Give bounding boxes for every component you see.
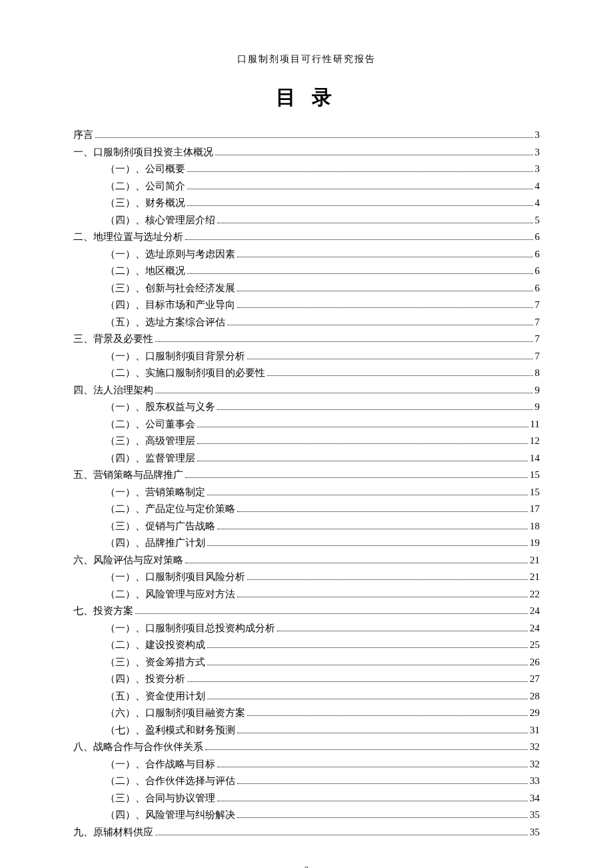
toc-entry-label: 六、风险评估与应对策略	[73, 555, 183, 565]
toc-entry-label: （四）、目标市场和产业导向	[105, 300, 235, 310]
toc-entry-page: 8	[535, 368, 540, 378]
toc-entry-page: 3	[535, 130, 540, 140]
header-title: 口服制剂项目可行性研究报告	[73, 53, 540, 65]
toc-entry-label: （二）、风险管理与应对方法	[105, 589, 235, 599]
toc-entry-label: 二、地理位置与选址分析	[73, 232, 183, 242]
toc-entry-label: 序言	[73, 130, 93, 140]
toc-entry-label: （一）、选址原则与考虑因素	[105, 249, 235, 259]
toc-dots	[95, 137, 533, 138]
toc-dots	[155, 341, 533, 342]
toc-entry: （一）、口服制剂项目背景分析7	[73, 351, 540, 361]
toc-entry-page: 15	[530, 487, 540, 497]
toc-entry: （六）、口服制剂项目融资方案29	[73, 708, 540, 718]
toc-entry-label: （三）、创新与社会经济发展	[105, 283, 235, 293]
toc-dots	[185, 477, 528, 478]
toc-entry-page: 12	[530, 436, 540, 446]
toc-entry-page: 6	[535, 249, 540, 259]
toc-entry: （三）、财务概况4	[73, 198, 540, 208]
toc-entry: 九、原辅材料供应35	[73, 827, 540, 837]
toc-entry: （二）、地区概况6	[73, 266, 540, 276]
toc-entry-page: 15	[530, 470, 540, 480]
toc-dots	[207, 699, 528, 699]
toc-dots	[217, 223, 533, 223]
toc-entry: （一）、口服制剂项目风险分析21	[73, 572, 540, 582]
toc-dots	[197, 461, 528, 461]
toc-dots	[197, 427, 528, 427]
toc-entry: （三）、创新与社会经济发展6	[73, 283, 540, 293]
toc-entry-label: （六）、口服制剂项目融资方案	[105, 708, 245, 718]
toc-entry-label: 一、口服制剂项目投资主体概况	[73, 147, 213, 157]
toc-entry-page: 4	[535, 198, 540, 208]
toc-dots	[187, 189, 533, 189]
toc-dots	[227, 325, 533, 325]
toc-entry: （四）、投资分析27	[73, 674, 540, 684]
toc-entry: （二）、风险管理与应对方法22	[73, 589, 540, 599]
toc-entry-page: 21	[530, 555, 540, 565]
toc-entry-page: 4	[535, 181, 540, 191]
toc-entry-label: （一）、口服制剂项目总投资构成分析	[105, 623, 275, 633]
toc-entry-page: 25	[530, 640, 540, 650]
toc-dots	[237, 257, 533, 257]
toc-entry-page: 19	[530, 538, 540, 548]
toc-entry-label: （二）、地区概况	[105, 266, 185, 276]
toc-entry: （一）、选址原则与考虑因素6	[73, 249, 540, 259]
toc-dots	[217, 409, 533, 410]
toc-entry: （二）、建设投资构成25	[73, 640, 540, 650]
toc-dots	[247, 359, 533, 359]
table-of-contents: 序言3一、口服制剂项目投资主体概况3（一）、公司概要3（二）、公司简介4（三）、…	[73, 130, 540, 837]
toc-entry: （四）、核心管理层介绍5	[73, 215, 540, 225]
toc-dots	[187, 681, 528, 682]
toc-entry-page: 24	[530, 623, 540, 633]
toc-entry: 八、战略合作与合作伙伴关系32	[73, 742, 540, 752]
toc-entry-page: 31	[530, 725, 540, 735]
toc-dots	[237, 597, 528, 597]
toc-dots	[237, 307, 533, 308]
toc-entry: （一）、公司概要3	[73, 164, 540, 174]
toc-entry-label: 四、法人治理架构	[73, 385, 153, 395]
toc-dots	[237, 783, 528, 784]
toc-entry-page: 34	[530, 793, 540, 803]
main-title: 目 录	[73, 84, 540, 111]
toc-entry: （七）、盈利模式和财务预测31	[73, 725, 540, 735]
toc-entry: （一）、营销策略制定15	[73, 487, 540, 497]
toc-dots	[237, 291, 533, 291]
toc-dots	[237, 511, 528, 512]
toc-entry: （二）、产品定位与定价策略17	[73, 504, 540, 514]
toc-dots	[155, 393, 533, 393]
toc-entry-label: （四）、风险管理与纠纷解决	[105, 810, 235, 820]
toc-entry-page: 3	[535, 147, 540, 157]
toc-entry-page: 32	[530, 742, 540, 752]
toc-entry-page: 7	[535, 334, 540, 344]
toc-dots	[267, 375, 533, 376]
toc-entry-label: （二）、产品定位与定价策略	[105, 504, 235, 514]
toc-entry: （四）、品牌推广计划19	[73, 538, 540, 548]
toc-entry-label: 三、背景及必要性	[73, 334, 153, 344]
toc-dots	[187, 273, 533, 274]
toc-entry-label: （二）、实施口服制剂项目的必要性	[105, 368, 265, 378]
toc-entry-page: 27	[530, 674, 540, 684]
toc-entry-label: （五）、资金使用计划	[105, 691, 205, 701]
toc-entry-page: 11	[530, 419, 540, 429]
toc-entry-page: 9	[535, 385, 540, 395]
toc-dots	[215, 155, 533, 155]
toc-entry-label: （四）、监督管理层	[105, 453, 195, 463]
toc-entry: （二）、公司董事会11	[73, 419, 540, 429]
toc-entry: （四）、风险管理与纠纷解决35	[73, 810, 540, 820]
toc-entry: （一）、股东权益与义务9	[73, 402, 540, 412]
toc-entry: 一、口服制剂项目投资主体概况3	[73, 147, 540, 157]
toc-dots	[217, 767, 528, 767]
toc-entry: （三）、资金筹措方式26	[73, 657, 540, 667]
toc-entry: （五）、选址方案综合评估7	[73, 317, 540, 327]
toc-entry-page: 6	[535, 266, 540, 276]
toc-entry-page: 33	[530, 776, 540, 786]
toc-entry: （二）、合作伙伴选择与评估33	[73, 776, 540, 786]
toc-entry: 序言3	[73, 130, 540, 140]
toc-entry: （五）、资金使用计划28	[73, 691, 540, 701]
toc-entry-label: （二）、公司董事会	[105, 419, 195, 429]
toc-entry-page: 17	[530, 504, 540, 514]
toc-dots	[247, 579, 528, 580]
toc-entry-page: 6	[535, 232, 540, 242]
toc-entry-page: 7	[535, 300, 540, 310]
toc-entry: （三）、合同与协议管理34	[73, 793, 540, 803]
toc-entry-label: 九、原辅材料供应	[73, 827, 153, 837]
